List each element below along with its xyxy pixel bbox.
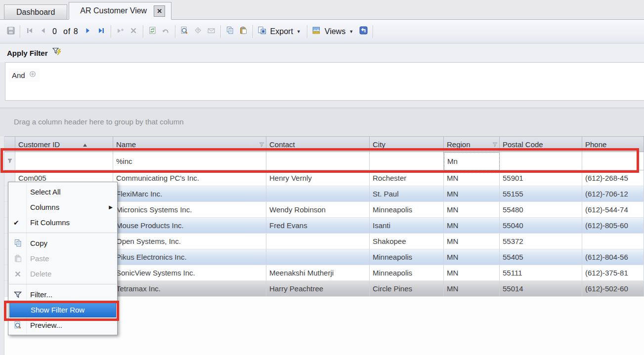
toolbar: 0 of 8 ? Export ▼ Views ▼ xyxy=(0,20,644,43)
tab-dashboard[interactable]: Dashboard xyxy=(4,4,67,19)
menu-item-copy[interactable]: Copy xyxy=(8,236,117,251)
views-label[interactable]: Views xyxy=(325,27,345,36)
column-header-city[interactable]: City xyxy=(370,136,444,152)
column-header-name[interactable]: Name xyxy=(113,136,266,152)
column-header-phone[interactable]: Phone xyxy=(582,136,644,152)
tab-dashboard-label: Dashboard xyxy=(16,8,55,17)
grid-filter-row: %inc Mn xyxy=(4,152,644,170)
undo-button[interactable] xyxy=(159,25,172,38)
cell-city: Shakopee xyxy=(370,234,444,249)
record-total: of 8 xyxy=(63,27,79,36)
add-condition-icon[interactable] xyxy=(29,71,36,79)
views-dropdown-caret-icon[interactable]: ▼ xyxy=(349,29,353,34)
menu-item-filter[interactable]: Filter... xyxy=(8,287,117,302)
last-record-button[interactable] xyxy=(95,25,108,38)
views-icon xyxy=(312,26,321,37)
filter-input-contact[interactable] xyxy=(266,152,370,170)
export-button[interactable] xyxy=(256,25,269,38)
apply-filter-icon[interactable] xyxy=(52,47,63,59)
copy-icon xyxy=(12,239,23,247)
column-header-label: Postal Code xyxy=(503,140,543,149)
export-label[interactable]: Export xyxy=(270,27,293,36)
previous-record-icon xyxy=(39,27,47,37)
checkmark-icon: ✔ xyxy=(13,219,19,227)
cell-postal-code: 55901 xyxy=(500,170,582,186)
menu-item-columns[interactable]: Columns▶ xyxy=(8,199,117,215)
filter-input-postal-code[interactable] xyxy=(500,152,582,170)
filter-input-city[interactable] xyxy=(370,152,444,170)
export-dropdown-caret-icon[interactable]: ▼ xyxy=(297,29,301,34)
cell-phone: (612)-268-45 xyxy=(582,170,644,186)
previous-record-button[interactable] xyxy=(36,25,49,38)
filter-input-customer-id[interactable] xyxy=(15,152,113,170)
svg-text:?: ? xyxy=(197,28,199,33)
paste-icon xyxy=(239,26,248,37)
column-header-label: Phone xyxy=(585,140,606,149)
toolbar-separator xyxy=(253,25,253,38)
close-icon[interactable]: ✕ xyxy=(154,5,165,17)
cell-city: Minneapolis xyxy=(370,202,444,217)
paste-button[interactable] xyxy=(237,25,250,38)
email-button[interactable] xyxy=(205,25,218,38)
cell-name: Micronics Systems Inc. xyxy=(113,202,266,217)
return-button[interactable] xyxy=(357,25,370,38)
copy-button[interactable] xyxy=(223,25,237,38)
menu-item-preview[interactable]: Preview... xyxy=(8,317,117,333)
toolbar-separator xyxy=(220,25,221,38)
filter-input-phone[interactable] xyxy=(582,152,644,170)
column-header-customer-id[interactable]: Customer ID xyxy=(15,136,113,152)
help-button[interactable]: ? xyxy=(191,25,205,38)
filter-input-name[interactable]: %inc xyxy=(113,152,266,170)
refresh-button[interactable] xyxy=(146,25,159,38)
save-button[interactable] xyxy=(4,25,17,38)
menu-item-select-all[interactable]: Select All xyxy=(8,184,117,199)
cell-name: Tetramax Inc. xyxy=(113,281,266,296)
filter-funnel-icon[interactable] xyxy=(259,140,264,149)
menu-item-show-filter-row[interactable]: Show Filter Row xyxy=(9,302,116,317)
cell-city: Rochester xyxy=(370,170,444,186)
cell-name: SonicView Systems Inc. xyxy=(113,265,266,280)
preview-button[interactable] xyxy=(178,25,191,38)
filter-row-indicator-icon xyxy=(4,152,15,170)
cell-city: Circle Pines xyxy=(370,281,444,296)
tab-ar-customer-view-label: AR Customer View xyxy=(80,6,147,15)
paste-icon xyxy=(12,254,23,263)
last-record-icon xyxy=(97,27,105,37)
menu-item-fit-columns[interactable]: ✔Fit Columns xyxy=(8,215,117,230)
column-header-region[interactable]: Region xyxy=(444,136,500,152)
first-record-button[interactable] xyxy=(23,25,36,38)
next-record-icon xyxy=(84,27,92,37)
menu-item-delete[interactable]: Delete xyxy=(8,266,117,281)
cell-phone: (612)-804-56 xyxy=(582,249,644,265)
menu-item-label: Select All xyxy=(30,188,61,196)
menu-item-label: Fit Columns xyxy=(30,218,70,227)
application-window: Dashboard AR Customer View ✕ 0 of 8 ? Ex… xyxy=(0,0,644,355)
cell-contact: Wendy Robinson xyxy=(266,202,370,217)
menu-item-label: Show Filter Row xyxy=(31,306,85,314)
insert-record-icon xyxy=(116,27,125,37)
export-icon xyxy=(258,26,267,37)
delete-record-button[interactable] xyxy=(127,25,140,38)
column-header-label: Contact xyxy=(269,140,295,149)
insert-record-button[interactable] xyxy=(114,25,127,38)
column-header-postal-code[interactable]: Postal Code xyxy=(500,136,582,152)
next-record-button[interactable] xyxy=(82,25,95,38)
delete-icon xyxy=(12,270,23,278)
cell-phone: (612)-375-81 xyxy=(582,265,644,280)
toolbar-separator xyxy=(111,25,111,38)
tab-ar-customer-view[interactable]: AR Customer View ✕ xyxy=(69,2,172,20)
cell-contact: Fred Evans xyxy=(266,218,370,233)
apply-filter-label[interactable]: Apply Filter xyxy=(7,49,48,57)
cell-name: Pikus Electronics Inc. xyxy=(113,249,266,265)
cell-region: MN xyxy=(444,281,500,296)
menu-separator xyxy=(9,233,117,233)
filter-input-region[interactable]: Mn xyxy=(444,152,500,170)
undo-icon xyxy=(162,27,170,37)
column-header-contact[interactable]: Contact xyxy=(266,136,370,152)
filter-operator[interactable]: And xyxy=(12,71,25,79)
menu-item-paste[interactable]: Paste xyxy=(8,251,117,266)
context-menu: Select All Columns▶ ✔Fit Columns Copy Pa… xyxy=(8,182,118,335)
views-button[interactable] xyxy=(310,25,323,38)
return-icon xyxy=(359,26,368,37)
filter-funnel-icon[interactable] xyxy=(492,140,498,149)
